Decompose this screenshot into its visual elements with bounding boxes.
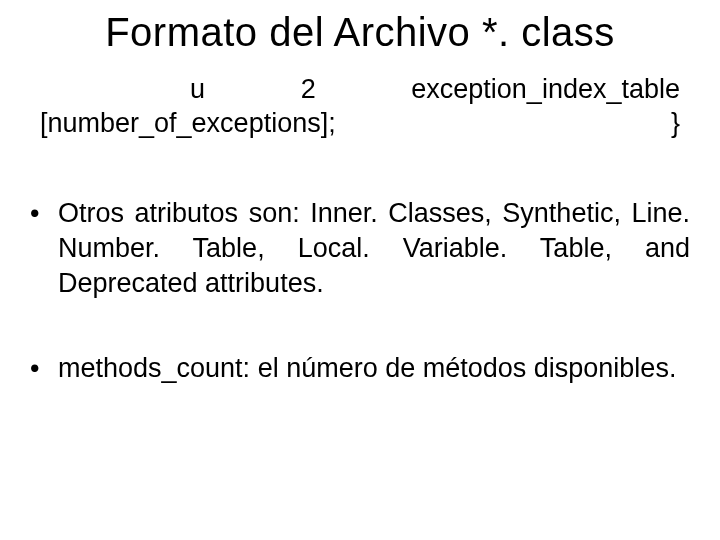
list-item: Otros atributos son: Inner. Classes, Syn… xyxy=(30,196,690,301)
bullet-list: Otros atributos son: Inner. Classes, Syn… xyxy=(30,196,690,386)
code-line-1: u 2 exception_index_table xyxy=(40,73,680,107)
slide-title: Formato del Archivo *. class xyxy=(30,10,690,55)
list-item: methods_count: el número de métodos disp… xyxy=(30,351,690,386)
slide-container: Formato del Archivo *. class u 2 excepti… xyxy=(0,0,720,540)
code-block: u 2 exception_index_table [number_of_exc… xyxy=(40,73,680,141)
code-line-2: [number_of_exceptions]; } xyxy=(40,107,680,141)
